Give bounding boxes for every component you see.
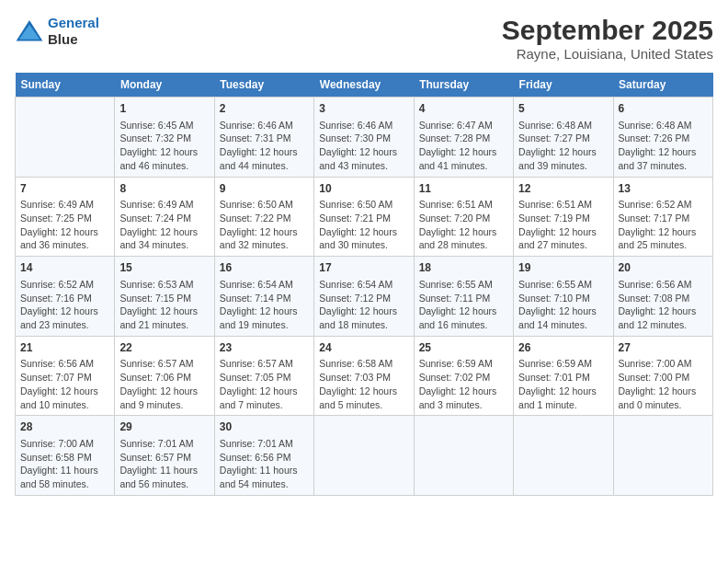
- day-info: Sunrise: 6:55 AM Sunset: 7:11 PM Dayligh…: [419, 278, 508, 332]
- day-number: 17: [319, 260, 408, 276]
- calendar-cell: 10Sunrise: 6:50 AM Sunset: 7:21 PM Dayli…: [314, 177, 414, 257]
- calendar-table: SundayMondayTuesdayWednesdayThursdayFrid…: [15, 73, 713, 496]
- title-block: September 2025 Rayne, Louisiana, United …: [502, 15, 713, 62]
- day-number: 11: [419, 181, 508, 197]
- weekday-header-friday: Friday: [514, 73, 613, 98]
- day-info: Sunrise: 6:52 AM Sunset: 7:16 PM Dayligh…: [20, 278, 109, 332]
- day-info: Sunrise: 6:47 AM Sunset: 7:28 PM Dayligh…: [419, 119, 508, 173]
- calendar-week-2: 7Sunrise: 6:49 AM Sunset: 7:25 PM Daylig…: [16, 177, 713, 257]
- logo-text: General Blue: [48, 15, 99, 48]
- calendar-cell: 19Sunrise: 6:55 AM Sunset: 7:10 PM Dayli…: [514, 257, 613, 337]
- day-number: 13: [619, 181, 708, 197]
- day-info: Sunrise: 6:49 AM Sunset: 7:24 PM Dayligh…: [119, 198, 209, 252]
- logo-icon: [15, 18, 44, 44]
- calendar-cell: 15Sunrise: 6:53 AM Sunset: 7:15 PM Dayli…: [115, 257, 214, 337]
- calendar-cell: 28Sunrise: 7:00 AM Sunset: 6:58 PM Dayli…: [16, 416, 115, 496]
- weekday-header-monday: Monday: [115, 73, 214, 98]
- day-number: 16: [220, 260, 309, 276]
- day-number: 3: [319, 101, 408, 117]
- day-info: Sunrise: 6:51 AM Sunset: 7:19 PM Dayligh…: [518, 198, 608, 252]
- logo-line1: General: [48, 15, 99, 30]
- day-number: 30: [220, 419, 309, 435]
- day-number: 18: [419, 260, 508, 276]
- day-number: 29: [119, 419, 209, 435]
- logo: General Blue: [15, 15, 99, 48]
- page-header: General Blue September 2025 Rayne, Louis…: [15, 15, 713, 62]
- day-info: Sunrise: 6:53 AM Sunset: 7:15 PM Dayligh…: [119, 278, 209, 332]
- calendar-week-1: 1Sunrise: 6:45 AM Sunset: 7:32 PM Daylig…: [16, 98, 713, 178]
- day-number: 27: [619, 340, 708, 356]
- day-number: 12: [518, 181, 608, 197]
- calendar-cell: 18Sunrise: 6:55 AM Sunset: 7:11 PM Dayli…: [414, 257, 513, 337]
- day-info: Sunrise: 6:46 AM Sunset: 7:31 PM Dayligh…: [220, 119, 309, 173]
- calendar-cell: [16, 98, 115, 178]
- calendar-cell: 11Sunrise: 6:51 AM Sunset: 7:20 PM Dayli…: [414, 177, 513, 257]
- day-info: Sunrise: 6:58 AM Sunset: 7:03 PM Dayligh…: [319, 357, 408, 411]
- day-number: 15: [119, 260, 209, 276]
- day-number: 2: [220, 101, 309, 117]
- page-subtitle: Rayne, Louisiana, United States: [502, 46, 713, 62]
- page-title: September 2025: [502, 15, 713, 46]
- calendar-cell: 12Sunrise: 6:51 AM Sunset: 7:19 PM Dayli…: [514, 177, 613, 257]
- day-info: Sunrise: 6:48 AM Sunset: 7:27 PM Dayligh…: [518, 119, 608, 173]
- weekday-header-wednesday: Wednesday: [314, 73, 414, 98]
- day-number: 25: [419, 340, 508, 356]
- day-number: 21: [20, 340, 109, 356]
- day-info: Sunrise: 7:01 AM Sunset: 6:57 PM Dayligh…: [119, 437, 209, 491]
- day-info: Sunrise: 6:48 AM Sunset: 7:26 PM Dayligh…: [619, 119, 708, 173]
- calendar-cell: 7Sunrise: 6:49 AM Sunset: 7:25 PM Daylig…: [16, 177, 115, 257]
- day-info: Sunrise: 6:51 AM Sunset: 7:20 PM Dayligh…: [419, 198, 508, 252]
- day-number: 19: [518, 260, 608, 276]
- calendar-week-4: 21Sunrise: 6:56 AM Sunset: 7:07 PM Dayli…: [16, 336, 713, 416]
- day-info: Sunrise: 6:49 AM Sunset: 7:25 PM Dayligh…: [20, 198, 109, 252]
- calendar-cell: 16Sunrise: 6:54 AM Sunset: 7:14 PM Dayli…: [214, 257, 313, 337]
- day-info: Sunrise: 6:50 AM Sunset: 7:21 PM Dayligh…: [319, 198, 408, 252]
- day-info: Sunrise: 6:45 AM Sunset: 7:32 PM Dayligh…: [119, 119, 209, 173]
- calendar-cell: 2Sunrise: 6:46 AM Sunset: 7:31 PM Daylig…: [214, 98, 313, 178]
- day-info: Sunrise: 6:46 AM Sunset: 7:30 PM Dayligh…: [319, 119, 408, 173]
- day-number: 4: [419, 101, 508, 117]
- calendar-cell: 21Sunrise: 6:56 AM Sunset: 7:07 PM Dayli…: [16, 336, 115, 416]
- day-number: 1: [119, 101, 209, 117]
- day-info: Sunrise: 6:54 AM Sunset: 7:12 PM Dayligh…: [319, 278, 408, 332]
- calendar-cell: 9Sunrise: 6:50 AM Sunset: 7:22 PM Daylig…: [214, 177, 313, 257]
- calendar-cell: 6Sunrise: 6:48 AM Sunset: 7:26 PM Daylig…: [613, 98, 712, 178]
- calendar-week-3: 14Sunrise: 6:52 AM Sunset: 7:16 PM Dayli…: [16, 257, 713, 337]
- day-info: Sunrise: 6:56 AM Sunset: 7:08 PM Dayligh…: [619, 278, 708, 332]
- day-number: 14: [20, 260, 109, 276]
- logo-line2: Blue: [48, 31, 99, 48]
- day-info: Sunrise: 6:55 AM Sunset: 7:10 PM Dayligh…: [518, 278, 608, 332]
- calendar-cell: 1Sunrise: 6:45 AM Sunset: 7:32 PM Daylig…: [115, 98, 214, 178]
- day-info: Sunrise: 6:52 AM Sunset: 7:17 PM Dayligh…: [619, 198, 708, 252]
- day-info: Sunrise: 6:54 AM Sunset: 7:14 PM Dayligh…: [220, 278, 309, 332]
- calendar-cell: 5Sunrise: 6:48 AM Sunset: 7:27 PM Daylig…: [514, 98, 613, 178]
- day-info: Sunrise: 7:00 AM Sunset: 7:00 PM Dayligh…: [619, 357, 708, 411]
- weekday-header-saturday: Saturday: [613, 73, 712, 98]
- day-number: 28: [20, 419, 109, 435]
- day-number: 9: [220, 181, 309, 197]
- calendar-cell: 20Sunrise: 6:56 AM Sunset: 7:08 PM Dayli…: [613, 257, 712, 337]
- calendar-cell: 24Sunrise: 6:58 AM Sunset: 7:03 PM Dayli…: [314, 336, 414, 416]
- calendar-cell: 29Sunrise: 7:01 AM Sunset: 6:57 PM Dayli…: [115, 416, 214, 496]
- day-number: 22: [119, 340, 209, 356]
- day-number: 20: [619, 260, 708, 276]
- calendar-cell: [514, 416, 613, 496]
- day-info: Sunrise: 6:56 AM Sunset: 7:07 PM Dayligh…: [20, 357, 109, 411]
- calendar-cell: 26Sunrise: 6:59 AM Sunset: 7:01 PM Dayli…: [514, 336, 613, 416]
- day-info: Sunrise: 6:59 AM Sunset: 7:01 PM Dayligh…: [518, 357, 608, 411]
- day-info: Sunrise: 6:59 AM Sunset: 7:02 PM Dayligh…: [419, 357, 508, 411]
- day-info: Sunrise: 6:57 AM Sunset: 7:06 PM Dayligh…: [119, 357, 209, 411]
- calendar-cell: 4Sunrise: 6:47 AM Sunset: 7:28 PM Daylig…: [414, 98, 513, 178]
- weekday-header-thursday: Thursday: [414, 73, 513, 98]
- calendar-cell: 25Sunrise: 6:59 AM Sunset: 7:02 PM Dayli…: [414, 336, 513, 416]
- day-number: 26: [518, 340, 608, 356]
- calendar-cell: 8Sunrise: 6:49 AM Sunset: 7:24 PM Daylig…: [115, 177, 214, 257]
- weekday-header-row: SundayMondayTuesdayWednesdayThursdayFrid…: [16, 73, 713, 98]
- day-info: Sunrise: 7:01 AM Sunset: 6:56 PM Dayligh…: [220, 437, 309, 491]
- calendar-cell: [414, 416, 513, 496]
- calendar-cell: 17Sunrise: 6:54 AM Sunset: 7:12 PM Dayli…: [314, 257, 414, 337]
- calendar-cell: 14Sunrise: 6:52 AM Sunset: 7:16 PM Dayli…: [16, 257, 115, 337]
- day-info: Sunrise: 6:57 AM Sunset: 7:05 PM Dayligh…: [220, 357, 309, 411]
- day-info: Sunrise: 6:50 AM Sunset: 7:22 PM Dayligh…: [220, 198, 309, 252]
- calendar-cell: [314, 416, 414, 496]
